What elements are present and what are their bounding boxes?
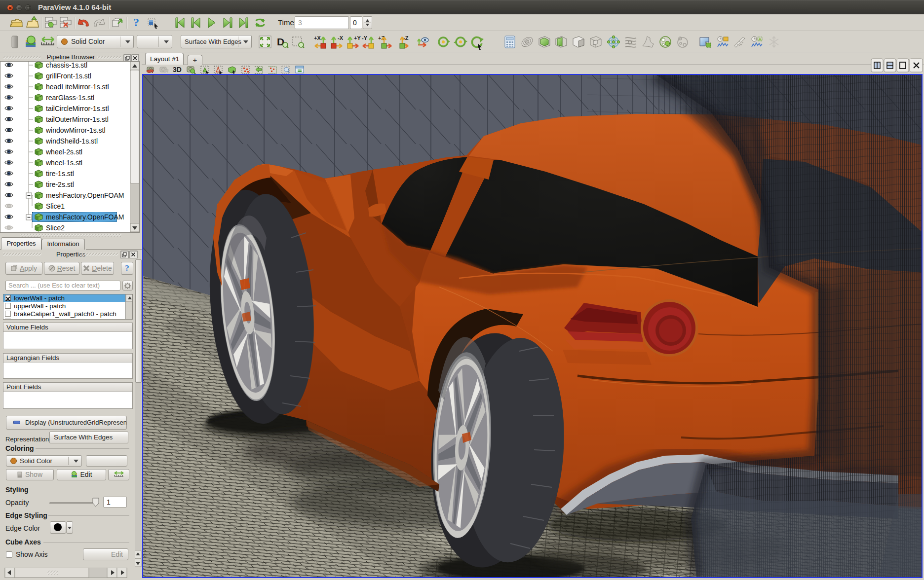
svg-text:3D: 3D bbox=[173, 66, 182, 73]
svg-text:Time:: Time: bbox=[278, 18, 296, 27]
svg-text:-X: -X bbox=[338, 35, 344, 41]
svg-text:+Y: +Y bbox=[354, 35, 361, 41]
svg-text:?: ? bbox=[133, 16, 139, 29]
svg-text:+X: +X bbox=[314, 35, 321, 41]
svg-text:-Y: -Y bbox=[362, 35, 368, 41]
